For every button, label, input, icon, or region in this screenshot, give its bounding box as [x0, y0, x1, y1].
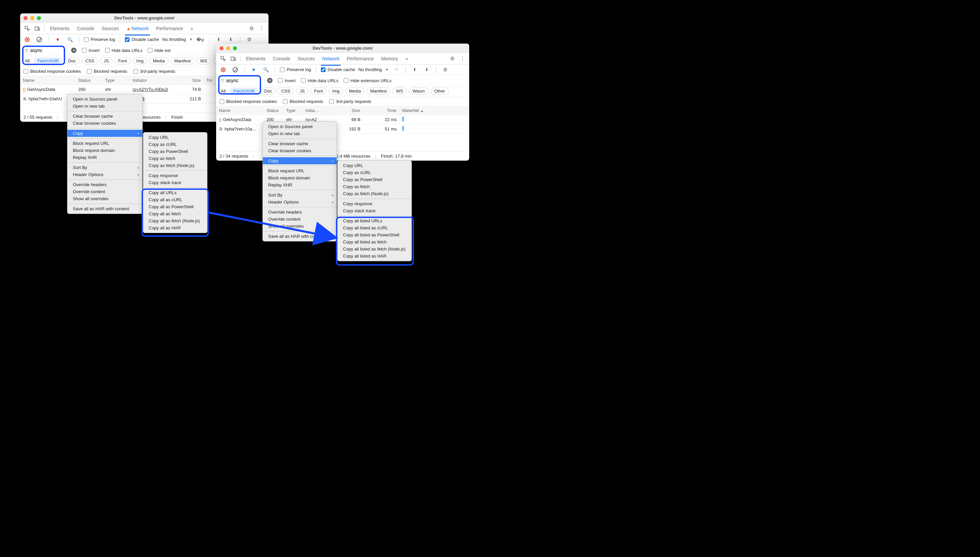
type-doc[interactable]: Doc — [64, 57, 80, 64]
tab-elements[interactable]: Elements — [49, 24, 70, 33]
blocked-response-cookies-checkbox[interactable]: Blocked response cookies — [23, 69, 81, 74]
wifi-icon[interactable]: �φ — [196, 35, 205, 44]
save-as-har[interactable]: Save all as HAR with content — [67, 205, 142, 212]
upload-icon[interactable]: ⬆ — [410, 65, 419, 74]
type-js[interactable]: JS — [100, 57, 113, 64]
copy-all-as-fetch-node[interactable]: Copy all as fetch (Node.js) — [143, 217, 207, 224]
record-button[interactable] — [219, 65, 227, 74]
filter-input[interactable] — [226, 78, 260, 83]
col-type[interactable]: Type — [102, 78, 130, 83]
open-in-sources[interactable]: Open in Sources panel — [263, 123, 336, 130]
third-party-checkbox[interactable]: 3rd-party requests — [133, 69, 176, 74]
copy-all-listed-urls[interactable]: Copy all listed URLs — [338, 217, 412, 224]
download-icon[interactable]: ⬇ — [423, 65, 431, 74]
tab-sources[interactable]: Sources — [101, 24, 119, 33]
tab-elements[interactable]: Elements — [245, 55, 266, 63]
sort-by[interactable]: Sort By — [263, 192, 336, 199]
chevron-down-icon[interactable]: ▼ — [385, 68, 389, 72]
copy-submenu[interactable]: Copy — [67, 130, 142, 137]
type-font[interactable]: Font — [114, 57, 131, 64]
copy-submenu[interactable]: Copy — [263, 157, 336, 164]
type-js[interactable]: JS — [296, 88, 309, 94]
header-options[interactable]: Header Options — [67, 171, 142, 178]
device-icon[interactable] — [229, 54, 238, 63]
clear-cookies[interactable]: Clear browser cookies — [67, 120, 142, 127]
search-icon[interactable]: 🔍 — [261, 65, 270, 74]
type-fetch-xhr[interactable]: Fetch/XHR — [230, 88, 258, 94]
copy-all-listed-as-fetch[interactable]: Copy all listed as fetch — [338, 238, 412, 246]
type-ws[interactable]: WS — [196, 57, 211, 64]
hide-data-urls-checkbox[interactable]: Hide data URLs — [105, 48, 143, 53]
type-font[interactable]: Font — [310, 88, 327, 94]
block-domain[interactable]: Block request domain — [67, 147, 142, 154]
block-domain[interactable]: Block request domain — [263, 174, 336, 181]
col-size[interactable]: Size — [323, 108, 363, 113]
tab-sources[interactable]: Sources — [297, 55, 315, 63]
type-wasm[interactable]: Wasm — [409, 88, 428, 94]
col-initiator[interactable]: Initiator — [130, 78, 177, 83]
clear-filter-button[interactable]: ✕ — [267, 78, 273, 83]
col-waterfall[interactable]: Waterfall ▲ — [399, 108, 469, 113]
copy-all-listed-as-powershell[interactable]: Copy all listed as PowerShell — [338, 231, 412, 238]
preserve-log-checkbox[interactable]: Preserve log — [280, 67, 311, 72]
tab-performance[interactable]: Performance — [155, 24, 184, 33]
filter-input[interactable] — [30, 47, 64, 53]
clear-filter-button[interactable]: ✕ — [71, 47, 77, 53]
hide-ext-urls-checkbox[interactable]: Hide extension URLs — [344, 78, 391, 83]
copy-all-as-powershell[interactable]: Copy all as PowerShell — [143, 203, 207, 210]
col-name[interactable]: Name — [20, 78, 75, 83]
open-in-new-tab[interactable]: Open in new tab — [67, 103, 142, 110]
inspect-icon[interactable] — [23, 24, 31, 33]
hide-ext-urls-checkbox[interactable]: Hide ext — [148, 48, 170, 53]
copy-all-listed-as-fetch-node[interactable]: Copy all listed as fetch (Node.js) — [338, 246, 412, 252]
tab-console[interactable]: Console — [76, 24, 95, 33]
throttling-select[interactable]: No throttling — [358, 67, 382, 72]
sort-by[interactable]: Sort By — [67, 164, 142, 171]
chevron-down-icon[interactable]: ▼ — [189, 37, 193, 41]
type-all[interactable]: All — [219, 88, 227, 94]
third-party-checkbox[interactable]: 3rd-party requests — [329, 99, 372, 104]
tab-network[interactable]: Network — [322, 55, 340, 63]
type-ws[interactable]: WS — [392, 88, 407, 94]
type-all[interactable]: All — [23, 58, 31, 64]
copy-all-listed-as-har[interactable]: Copy all listed as HAR — [338, 252, 412, 259]
copy-all-as-fetch[interactable]: Copy all as fetch — [143, 210, 207, 217]
header-options[interactable]: Header Options — [263, 199, 336, 205]
copy-url[interactable]: Copy URL — [143, 134, 207, 141]
show-overrides[interactable]: Show all overrides — [67, 195, 142, 202]
type-media[interactable]: Media — [149, 57, 168, 64]
copy-as-powershell[interactable]: Copy as PowerShell — [143, 148, 207, 155]
tabs-more[interactable]: » — [405, 55, 409, 63]
upload-icon[interactable]: ⬆ — [214, 35, 223, 44]
col-size[interactable]: Size — [177, 78, 204, 83]
copy-all-as-har[interactable]: Copy all as HAR — [143, 224, 207, 231]
copy-all-listed-as-curl[interactable]: Copy all listed as cURL — [338, 224, 412, 231]
tab-memory[interactable]: Memory — [381, 55, 399, 63]
device-icon[interactable] — [33, 24, 42, 33]
copy-all-as-curl[interactable]: Copy all as cURL — [143, 196, 207, 203]
clear-icon[interactable] — [35, 35, 44, 44]
record-button[interactable] — [23, 35, 31, 44]
block-url[interactable]: Block request URL — [67, 140, 142, 147]
type-img[interactable]: Img — [132, 57, 147, 64]
copy-all-urls[interactable]: Copy all URLs — [143, 189, 207, 196]
filter-icon[interactable]: ▼ — [249, 65, 258, 74]
type-manifest[interactable]: Manifest — [366, 88, 390, 94]
table-row[interactable]: {}GetAsyncData 200 xhr rs=A2 68 B 22 ms — [216, 115, 469, 124]
tabs-more[interactable]: » — [189, 24, 194, 33]
copy-response[interactable]: Copy response — [338, 200, 412, 207]
copy-as-powershell[interactable]: Copy as PowerShell — [338, 176, 412, 183]
copy-as-fetch-node[interactable]: Copy as fetch (Node.js) — [143, 162, 207, 169]
clear-cache[interactable]: Clear browser cache — [67, 113, 142, 120]
open-in-new-tab[interactable]: Open in new tab — [263, 130, 336, 137]
type-other[interactable]: Other — [431, 88, 449, 94]
block-url[interactable]: Block request URL — [263, 167, 336, 174]
preserve-log-checkbox[interactable]: Preserve log — [84, 37, 115, 42]
col-initiator[interactable]: Initia… — [303, 108, 323, 113]
gear-icon[interactable]: ⚙ — [245, 35, 254, 44]
download-icon[interactable]: ⬇ — [227, 35, 235, 44]
gear-icon[interactable]: ⚙ — [441, 65, 450, 74]
invert-checkbox[interactable]: Invert — [278, 78, 296, 83]
search-icon[interactable]: 🔍 — [65, 35, 74, 44]
type-css[interactable]: CSS — [278, 88, 294, 94]
